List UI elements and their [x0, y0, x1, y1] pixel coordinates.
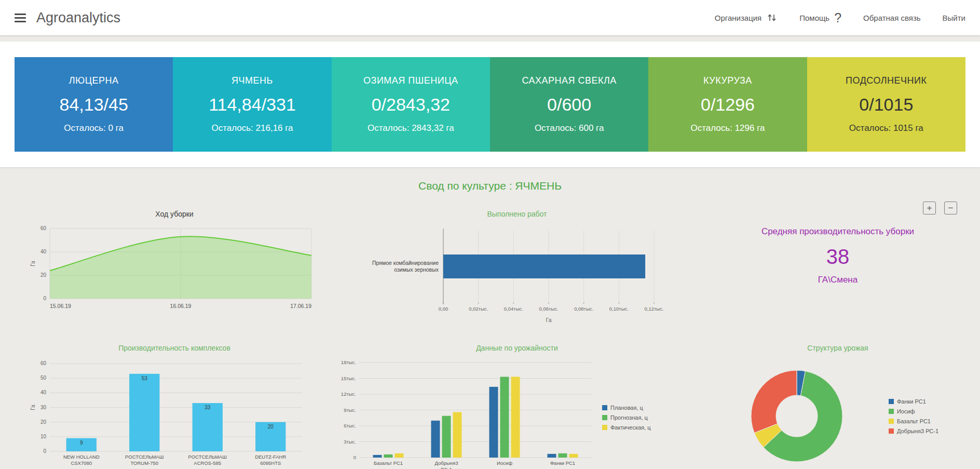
crop-tile[interactable]: КУКУРУЗА 0/1296 Осталось: 1296 га [648, 57, 807, 152]
crop-title: КУКУРУЗА [703, 75, 752, 86]
crop-value: 0/1296 [701, 95, 755, 115]
crop-remaining: Осталось: 600 га [535, 123, 604, 133]
legend-item[interactable]: Прогнозная, ц [602, 414, 651, 421]
zoom-in-button[interactable]: + [923, 202, 936, 215]
svg-text:17.06.19: 17.06.19 [290, 303, 311, 309]
svg-text:Га: Га [30, 405, 36, 410]
nav-help[interactable]: Помощь ? [799, 11, 841, 24]
legend-label: Прогнозная, ц [610, 414, 648, 421]
legend-item[interactable]: Плановая, ц [602, 405, 651, 411]
legend-swatch-icon [602, 405, 607, 410]
nav-logout-label: Выйти [943, 14, 965, 22]
charts-grid: Ход уборки 020406015.06.1916.06.1917.06.… [0, 192, 980, 469]
svg-text:0,06тыс.: 0,06тыс. [539, 306, 558, 312]
svg-text:15тыс.: 15тыс. [341, 376, 356, 381]
svg-text:NEW HOLLAND: NEW HOLLAND [63, 454, 100, 460]
app-title: Agroanalytics [36, 10, 120, 26]
svg-text:20: 20 [40, 272, 47, 278]
top-bar: Agroanalytics Организация Помощь ? Обрат… [0, 0, 980, 35]
crop-remaining: Осталось: 216,16 га [211, 123, 293, 133]
svg-text:0: 0 [43, 448, 46, 454]
harvest-progress-panel: Ход уборки 020406015.06.1916.06.1917.06.… [29, 210, 320, 320]
nav-organization-label: Организация [715, 14, 761, 22]
legend-item[interactable]: Фактическая, ц [602, 424, 651, 431]
svg-text:Га: Га [30, 261, 36, 266]
svg-text:20: 20 [40, 419, 47, 425]
yield-data-panel: Данные по урожайности 03тыс.6тыс.9тыс.12… [335, 344, 699, 469]
nav-help-label: Помощь [799, 14, 829, 22]
legend-swatch-icon [889, 399, 894, 404]
work-done-chart: 0,000,02тыс.0,04тыс.0,06тыс.0,08тыс.0,10… [335, 222, 668, 326]
svg-text:Га: Га [546, 317, 552, 323]
harvest-progress-title: Ход уборки [29, 210, 320, 218]
svg-text:30: 30 [40, 405, 47, 410]
svg-text:Фанки РС1: Фанки РС1 [550, 460, 575, 466]
svg-text:Базальт РС1: Базальт РС1 [374, 460, 403, 466]
crop-tile[interactable]: ОЗИМАЯ ПШЕНИЦА 0/2843,32 Осталось: 2843,… [332, 57, 490, 152]
svg-text:16.06.19: 16.06.19 [170, 303, 192, 309]
work-done-panel: Выполнено работ 0,000,02тыс.0,04тыс.0,06… [335, 210, 699, 328]
complex-productivity-chart: 01020304050609533320NEW HOLLANDCSX7080РО… [29, 356, 309, 469]
complex-productivity-panel: Производительность комплексов 0102030405… [29, 344, 320, 469]
svg-text:18тыс.: 18тыс. [341, 359, 356, 365]
yield-data-title: Данные по урожайности [335, 344, 699, 352]
crop-value: 114,84/331 [209, 95, 296, 115]
zoom-controls: + − [923, 202, 957, 215]
crop-tile[interactable]: ПОДСОЛНЕЧНИК 0/1015 Осталось: 1015 га [807, 57, 965, 152]
legend-swatch-icon [602, 415, 607, 420]
crop-tiles-row: ЛЮЦЕРНА 84,13/45 Осталось: 0 га ЯЧМЕНЬ 1… [15, 57, 965, 152]
crop-value: 0/2843,32 [372, 95, 450, 115]
harvest-structure-title: Структура урожая [714, 344, 961, 352]
nav-logout[interactable]: Выйти [943, 14, 965, 22]
dashboard-main: Свод по культуре : ЯЧМЕНЬ + − Ход уборки… [0, 167, 980, 469]
harvest-progress-chart: 020406015.06.1916.06.1917.06.19Га [29, 222, 320, 318]
legend-label: Иосиф [897, 408, 915, 414]
svg-text:Добрыня3: Добрыня3 [434, 460, 458, 466]
svg-text:20: 20 [268, 424, 274, 430]
svg-text:53: 53 [142, 376, 148, 381]
svg-text:0,00: 0,00 [439, 306, 448, 312]
yield-data-chart: 03тыс.6тыс.9тыс.12тыс.15тыс.18тыс.Базаль… [335, 356, 595, 469]
legend-item[interactable]: Базальт РС1 [889, 418, 938, 424]
crop-remaining: Осталось: 2843,32 га [367, 123, 454, 133]
crop-remaining: Осталось: 0 га [64, 123, 124, 133]
svg-text:0,08тыс.: 0,08тыс. [574, 306, 593, 312]
svg-text:озимых зерновых: озимых зерновых [394, 266, 439, 273]
legend-label: Фактическая, ц [610, 424, 651, 431]
swap-arrows-icon [766, 12, 778, 23]
svg-text:60: 60 [40, 225, 47, 231]
svg-text:DEUTZ-FAHR: DEUTZ-FAHR [255, 454, 286, 460]
svg-text:60: 60 [40, 360, 47, 366]
crop-value: 0/600 [547, 95, 591, 115]
svg-text:33: 33 [205, 405, 211, 410]
legend-swatch-icon [889, 409, 894, 414]
svg-text:РОСТСЕЛЬМАШ: РОСТСЕЛЬМАШ [188, 454, 227, 460]
svg-text:0: 0 [43, 296, 46, 301]
nav-feedback-label: Обратная связь [863, 14, 921, 22]
svg-text:Прямое комбайнирование: Прямое комбайнирование [372, 260, 439, 266]
summary-title: Свод по культуре : ЯЧМЕНЬ [0, 180, 980, 192]
svg-text:10: 10 [40, 434, 47, 439]
svg-text:0,12тыс.: 0,12тыс. [644, 306, 663, 312]
legend-label: Базальт РС1 [897, 418, 931, 424]
crop-tile[interactable]: ЯЧМЕНЬ 114,84/331 Осталось: 216,16 га [173, 57, 331, 152]
svg-text:40: 40 [40, 390, 47, 395]
svg-text:CSX7080: CSX7080 [71, 460, 92, 466]
nav-organization[interactable]: Организация [715, 12, 778, 23]
crop-title: ОЗИМАЯ ПШЕНИЦА [363, 75, 458, 86]
legend-item[interactable]: Добрыня3 РС-1 [889, 428, 938, 434]
crop-remaining: Осталось: 1296 га [690, 123, 765, 133]
legend-swatch-icon [602, 425, 607, 430]
crop-value: 0/1015 [859, 95, 913, 115]
crop-tile[interactable]: САХАРНАЯ СВЕКЛА 0/600 Осталось: 600 га [490, 57, 648, 152]
legend-item[interactable]: Фанки РС1 [889, 398, 938, 405]
crop-tile[interactable]: ЛЮЦЕРНА 84,13/45 Осталось: 0 га [15, 57, 173, 152]
nav-feedback[interactable]: Обратная связь [863, 14, 921, 22]
legend-item[interactable]: Иосиф [889, 408, 938, 414]
svg-text:12тыс.: 12тыс. [341, 391, 356, 397]
crop-title: ЯЧМЕНЬ [232, 75, 273, 86]
avg-productivity-value: 38 [714, 245, 961, 269]
complex-productivity-title: Производительность комплексов [29, 344, 320, 352]
hamburger-menu-icon[interactable] [15, 10, 27, 25]
zoom-out-button[interactable]: − [944, 202, 957, 215]
